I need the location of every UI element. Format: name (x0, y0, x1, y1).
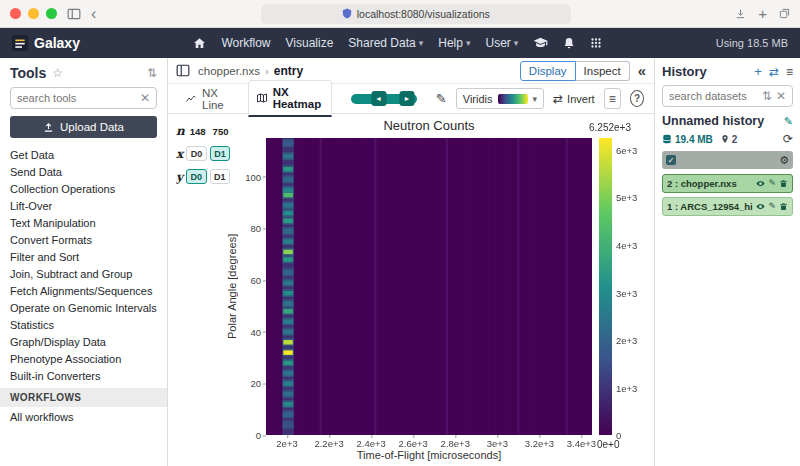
all-workflows-link[interactable]: All workflows (10, 407, 157, 427)
y-tick-label: 20 (250, 378, 261, 389)
toolbar-menu-icon[interactable]: ≡ (604, 88, 621, 109)
display-eye-icon[interactable] (756, 179, 765, 188)
new-tab-icon[interactable]: + (758, 6, 767, 21)
tool-section-get-data[interactable]: Get Data (10, 146, 157, 163)
history-options-menu-icon[interactable]: ≡ (786, 66, 793, 78)
dataset-item-1[interactable]: 1 : ARCS_12954_histo.h5 ✎ (662, 197, 793, 216)
tool-section-phenotype-association[interactable]: Phenotype Association (10, 350, 157, 367)
history-panel: History + ⇄ ≡ ⇅ ✕ Unnamed history ✎ 19.4… (654, 58, 800, 466)
browser-sidebar-icon[interactable] (67, 8, 81, 20)
edit-pencil-icon[interactable]: ✎ (768, 179, 776, 188)
tool-section-statistics[interactable]: Statistics (10, 316, 157, 333)
y-axis-label: Polar Angle [degrees] (226, 138, 240, 435)
tool-section-genomic-intervals[interactable]: Operate on Genomic Intervals (10, 299, 157, 316)
history-panel-title: History (662, 64, 754, 79)
tool-section-send-data[interactable]: Send Data (10, 163, 157, 180)
dataset-item-2[interactable]: 2 : chopper.nxs ✎ (662, 174, 793, 193)
tab-nx-heatmap[interactable]: NX Heatmap (248, 80, 332, 117)
browser-downloads-icon[interactable] (735, 8, 746, 19)
tool-section-fetch-alignments[interactable]: Fetch Alignments/Sequences (10, 282, 157, 299)
switch-history-icon[interactable]: ⇄ (769, 66, 779, 78)
inspect-button[interactable]: Inspect (576, 61, 630, 81)
dimension-mapper: n 148 750 x D0 D1 y D0 D1 (168, 114, 226, 466)
delete-trash-icon[interactable] (779, 202, 788, 211)
y-dim-d0-button[interactable]: D0 (186, 169, 207, 184)
clear-search-icon[interactable]: ✕ (140, 92, 150, 104)
nav-shared-data[interactable]: Shared Data▾ (348, 36, 423, 50)
panel-options-icon[interactable]: ⇅ (147, 67, 157, 79)
new-history-plus-icon[interactable]: + (754, 65, 762, 78)
delete-trash-icon[interactable] (779, 179, 788, 188)
slider-min-handle[interactable]: ◄ (371, 91, 386, 106)
collapse-panel-icon[interactable]: « (638, 62, 646, 79)
breadcrumb-node[interactable]: entry (274, 64, 303, 78)
edit-history-name-pencil-icon[interactable]: ✎ (784, 115, 793, 128)
minimize-window-button[interactable] (28, 8, 39, 19)
tool-section-lift-over[interactable]: Lift-Over (10, 197, 157, 214)
select-all-checkbox[interactable]: ✓ (666, 155, 676, 165)
visualization-panel: chopper.nxs › entry Display Inspect « NX… (168, 58, 654, 466)
domain-range-slider[interactable]: ◄ ► (351, 94, 417, 104)
display-eye-icon[interactable] (756, 202, 765, 211)
x-axis-ticks: 2e+32.2e+32.4e+32.6e+32.8e+33e+33.2e+33.… (266, 435, 592, 449)
nav-training-icon[interactable] (533, 37, 548, 49)
slider-max-handle[interactable]: ► (399, 91, 414, 106)
caret-down-icon: ▾ (514, 38, 519, 48)
storage-usage[interactable]: Using 18.5 MB (716, 37, 788, 49)
selection-gear-icon[interactable]: ⚙ (779, 154, 789, 167)
help-icon[interactable]: ? (630, 90, 644, 107)
caret-down-icon: ▾ (533, 94, 538, 104)
tool-section-join-subtract-group[interactable]: Join, Subtract and Group (10, 265, 157, 282)
invert-colormap-button[interactable]: ⇄ Invert (553, 92, 595, 106)
tool-search-input[interactable] (17, 92, 136, 104)
tab-overview-icon[interactable] (779, 8, 790, 19)
colormap-select[interactable]: Viridis ▾ (456, 88, 544, 109)
dataset-search-input[interactable] (669, 90, 758, 102)
url-bar[interactable]: localhost:8080/visualizations (261, 4, 571, 24)
nav-user[interactable]: User▾ (485, 36, 518, 50)
tab-nx-line[interactable]: NX Line (178, 82, 239, 116)
colormap-swatch (498, 94, 528, 104)
display-button[interactable]: Display (520, 61, 576, 81)
history-name[interactable]: Unnamed history (662, 114, 784, 128)
nav-notifications-icon[interactable] (563, 37, 575, 50)
zoom-window-button[interactable] (46, 8, 57, 19)
edit-pencil-icon[interactable]: ✎ (768, 202, 776, 211)
heatmap-plot[interactable] (266, 138, 592, 435)
clear-search-icon[interactable]: ✕ (776, 90, 786, 102)
refresh-history-icon[interactable]: ⟳ (783, 133, 793, 145)
favorites-star-icon[interactable]: ☆ (52, 67, 63, 79)
shown-items-chip[interactable]: 2 (721, 134, 738, 145)
x-dim-d0-button[interactable]: D0 (186, 146, 207, 161)
edit-domain-pencil-icon[interactable]: ✎ (436, 92, 447, 105)
tool-section-convert-formats[interactable]: Convert Formats (10, 231, 157, 248)
line-chart-icon (185, 93, 197, 105)
x-tick-label: 3.2e+3 (525, 438, 554, 449)
breadcrumb-separator: › (265, 65, 269, 77)
tool-section-collection-operations[interactable]: Collection Operations (10, 180, 157, 197)
x-tick-label: 3.4e+3 (567, 438, 596, 449)
x-axis-mapper-label: x (176, 147, 183, 161)
tools-panel: Tools ☆ ⇅ ✕ Upload Data Get Data Send Da… (0, 58, 168, 466)
tool-section-builtin-converters[interactable]: Built-in Converters (10, 367, 157, 384)
panel-columns-icon[interactable] (176, 64, 190, 77)
caret-down-icon: ▾ (466, 38, 471, 48)
tool-section-text-manipulation[interactable]: Text Manipulation (10, 214, 157, 231)
galaxy-brand[interactable]: Galaxy (12, 35, 80, 51)
nav-help[interactable]: Help▾ (438, 36, 470, 50)
advanced-filter-icon[interactable]: ⇅ (762, 90, 772, 102)
window-controls[interactable] (10, 8, 57, 19)
nav-apps-grid-icon[interactable] (590, 37, 602, 49)
close-window-button[interactable] (10, 8, 21, 19)
nav-home-icon[interactable] (193, 37, 206, 49)
breadcrumb-file[interactable]: chopper.nxs (198, 65, 260, 77)
colormap-name: Viridis (463, 93, 493, 105)
dataset-label: 2 : chopper.nxs (667, 178, 753, 189)
tool-section-graph-display-data[interactable]: Graph/Display Data (10, 333, 157, 350)
history-size-chip[interactable]: 19.4 MB (662, 134, 713, 145)
nav-visualize[interactable]: Visualize (286, 36, 334, 50)
browser-back-icon[interactable]: ‹ (91, 6, 96, 22)
nav-workflow[interactable]: Workflow (221, 36, 270, 50)
tool-section-filter-and-sort[interactable]: Filter and Sort (10, 248, 157, 265)
upload-data-button[interactable]: Upload Data (10, 116, 157, 138)
